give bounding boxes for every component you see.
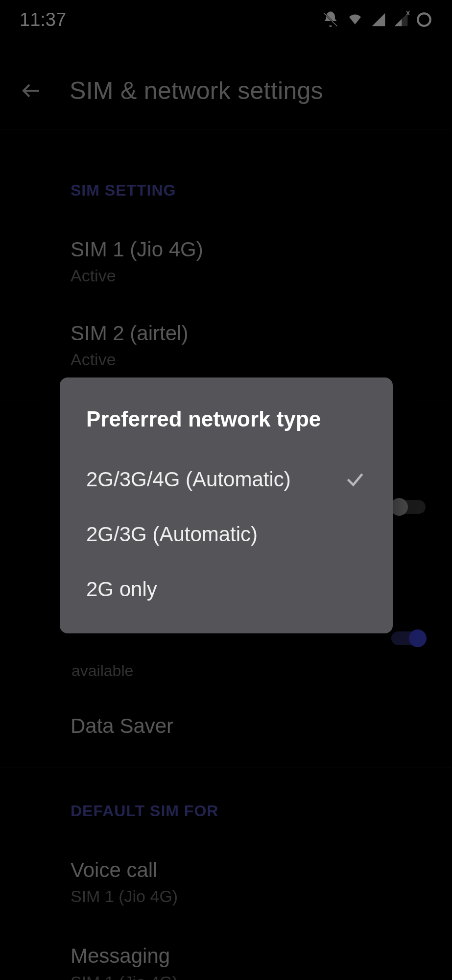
dialog-title: Preferred network type	[60, 407, 393, 452]
check-icon	[344, 468, 366, 491]
network-type-dialog: Preferred network type 2G/3G/4G (Automat…	[60, 377, 393, 633]
option-2g3g4g[interactable]: 2G/3G/4G (Automatic)	[60, 452, 393, 507]
option-label: 2G/3G/4G (Automatic)	[86, 468, 291, 491]
option-label: 2G/3G (Automatic)	[86, 523, 258, 546]
option-2g3g[interactable]: 2G/3G (Automatic)	[60, 507, 393, 562]
check-placeholder	[344, 523, 366, 546]
option-label: 2G only	[86, 578, 157, 601]
check-placeholder	[344, 578, 366, 601]
option-2g[interactable]: 2G only	[60, 562, 393, 617]
